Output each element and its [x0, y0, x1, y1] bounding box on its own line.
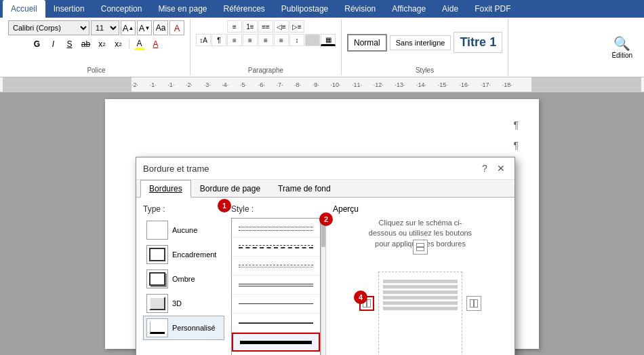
align-right-button[interactable]: ≡: [258, 34, 273, 46]
font-shrink-button[interactable]: A▼: [137, 20, 152, 35]
sort-button[interactable]: ↕A: [196, 34, 211, 46]
highlight-button[interactable]: A: [132, 37, 147, 52]
tab-bordure-de-page[interactable]: Bordure de page: [191, 180, 269, 198]
dialog-close-button[interactable]: ✕: [494, 162, 508, 175]
style-section-label: Style :: [231, 204, 326, 214]
paragraph-group-label: Paragraphe: [248, 67, 283, 74]
styles-group-label: Styles: [416, 67, 434, 74]
dialog-title: Bordure et trame: [143, 164, 209, 174]
tab-bordures[interactable]: Bordures: [140, 180, 191, 198]
bold-button[interactable]: G: [30, 37, 45, 52]
tab-mise-en-page[interactable]: Mise en page: [150, 0, 215, 18]
font-color-button[interactable]: A: [148, 37, 163, 52]
italic-button[interactable]: I: [46, 37, 61, 52]
style-item-7[interactable]: 2: [232, 333, 320, 352]
type-ombre[interactable]: Ombre: [143, 267, 224, 291]
change-case-button[interactable]: Aa: [153, 20, 168, 35]
decrease-indent-button[interactable]: ◁≡: [274, 20, 289, 33]
show-marks-button[interactable]: ¶: [212, 34, 226, 46]
type-encadrement-icon: [146, 245, 168, 264]
style-item-8[interactable]: [232, 352, 320, 355]
style-list-container: 2: [231, 218, 326, 355]
style-sans-interligne-button[interactable]: Sans interligne: [390, 35, 451, 50]
badge-1: 1: [218, 199, 231, 212]
subscript-button[interactable]: x2: [95, 37, 110, 52]
tab-accueil[interactable]: Accueil: [3, 0, 45, 18]
superscript-button[interactable]: x2: [111, 37, 126, 52]
type-3d-icon: [146, 294, 168, 313]
font-size-select[interactable]: 11: [91, 20, 119, 35]
shading-button[interactable]: [305, 34, 320, 46]
edition-label: Édition: [611, 52, 632, 59]
line-spacing-button[interactable]: ↕: [289, 34, 304, 46]
style-list[interactable]: 2: [231, 218, 321, 355]
increase-indent-button[interactable]: ▷≡: [289, 20, 304, 33]
type-encadrement-label: Encadrement: [172, 250, 216, 259]
type-personnalise-icon: [146, 318, 168, 337]
tab-aide[interactable]: Aide: [434, 0, 466, 18]
style-item-2[interactable]: [232, 238, 320, 257]
type-aucune-label: Aucune: [172, 226, 197, 234]
apercu-box: 4: [359, 255, 481, 355]
tab-foxit[interactable]: Foxit PDF: [466, 0, 519, 18]
style-item-3[interactable]: [232, 257, 320, 276]
style-item-6[interactable]: [232, 314, 320, 333]
type-ombre-icon: [146, 269, 168, 288]
edition-button[interactable]: 🔍 Édition: [605, 32, 639, 62]
dialog-body: Type : 1 Aucune Encadrement: [136, 198, 515, 355]
align-left-button[interactable]: ≡: [227, 34, 242, 46]
underline-button[interactable]: S: [62, 37, 77, 52]
type-ombre-label: Ombre: [172, 275, 195, 283]
style-scrollbar[interactable]: [321, 218, 326, 355]
tab-affichage[interactable]: Affichage: [384, 0, 434, 18]
style-normal-button[interactable]: Normal: [347, 34, 387, 52]
tab-insertion[interactable]: Insertion: [45, 0, 93, 18]
ruler: ·2··1··1··2··3··4··5··6··7··8··9··10··11…: [0, 77, 644, 92]
border-top-button[interactable]: [413, 240, 428, 255]
font-family-select[interactable]: Calibri (Corps): [8, 20, 89, 35]
badge-4: 4: [354, 291, 367, 304]
font-grow-button[interactable]: A▲: [121, 20, 136, 35]
numbering-button[interactable]: 1≡: [243, 20, 258, 33]
type-aucune[interactable]: Aucune: [143, 218, 224, 242]
style-item-5[interactable]: [232, 295, 320, 314]
tab-revision[interactable]: Révision: [336, 0, 384, 18]
multilevel-button[interactable]: ≡≡: [258, 20, 273, 33]
type-panel: Type : 1 Aucune Encadrement: [143, 204, 224, 355]
dialog-title-bar: Bordure et trame ? ✕: [136, 157, 515, 180]
style-panel: Style :: [231, 204, 326, 355]
type-label: Type :: [143, 204, 224, 214]
type-3d-label: 3D: [172, 299, 182, 307]
type-personnalise-label: Personnalisé: [172, 324, 216, 332]
type-3d[interactable]: 3D: [143, 291, 224, 316]
tab-conception[interactable]: Conception: [93, 0, 150, 18]
dialog-tabs: Bordures Bordure de page Trame de fond: [136, 180, 515, 198]
align-center-button[interactable]: ≡: [243, 34, 258, 46]
bullets-button[interactable]: ≡: [227, 20, 242, 33]
tab-publipostage[interactable]: Publipostage: [273, 0, 336, 18]
style-item-1[interactable]: [232, 219, 320, 238]
dialog-help-button[interactable]: ?: [478, 162, 491, 175]
bordure-trame-dialog: Bordure et trame ? ✕ Bordures Bordure de…: [136, 157, 515, 355]
type-encadrement[interactable]: Encadrement: [143, 242, 224, 267]
apercu-panel: Aperçu Cliquez sur le schéma ci-dessous …: [333, 204, 508, 355]
apercu-label: Aperçu: [333, 204, 508, 214]
justify-button[interactable]: ≡: [274, 34, 289, 46]
type-aucune-icon: [146, 221, 168, 240]
tab-trame-de-fond[interactable]: Trame de fond: [269, 180, 340, 198]
dialog-overlay: Bordure et trame ? ✕ Bordures Bordure de…: [0, 92, 644, 355]
border-left-button[interactable]: 4: [359, 296, 374, 311]
style-titre1-button[interactable]: Titre 1: [454, 32, 502, 53]
clear-format-button[interactable]: A: [169, 20, 184, 35]
style-item-4[interactable]: [232, 276, 320, 295]
border-right-button[interactable]: [466, 296, 481, 311]
tab-references[interactable]: Références: [215, 0, 273, 18]
search-icon: 🔍: [613, 35, 630, 52]
font-group-label: Police: [87, 67, 105, 74]
borders-button[interactable]: ▦: [321, 34, 336, 46]
document-area: ¶ ¶ Bordure et trame ? ✕ Bordures Bordur…: [0, 92, 644, 355]
strikethrough-button[interactable]: ab: [79, 37, 94, 52]
type-personnalise[interactable]: Personnalisé: [143, 316, 224, 340]
